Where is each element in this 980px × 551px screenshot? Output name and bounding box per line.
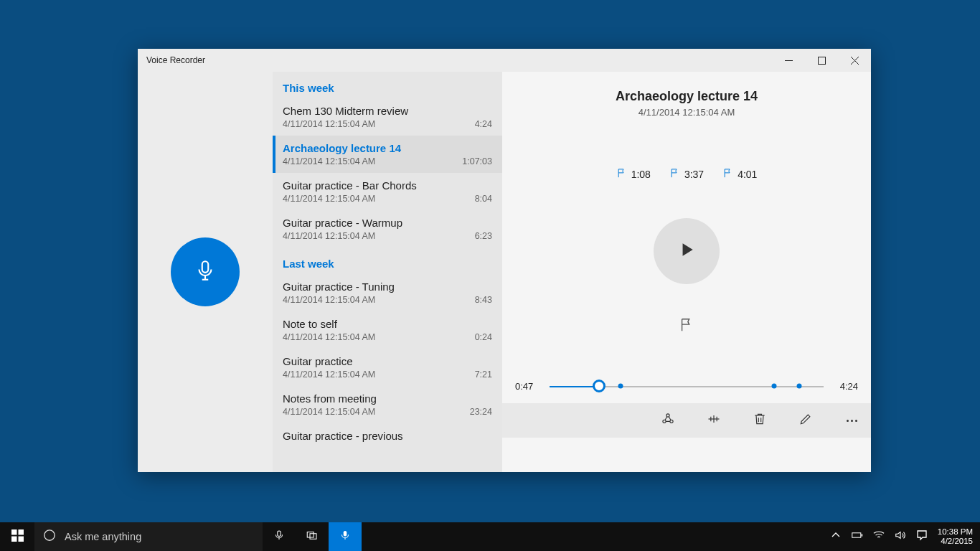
svg-rect-27 (852, 533, 861, 537)
timeline-marker-dot[interactable] (796, 384, 801, 389)
svg-rect-16 (11, 529, 17, 535)
recording-item-date: 4/11/2014 12:15:04 AM (283, 119, 375, 129)
recording-item-date: 4/11/2014 12:15:04 AM (283, 369, 375, 380)
marker-chip[interactable]: 4:01 (722, 168, 757, 181)
battery-icon[interactable] (852, 529, 863, 544)
trash-icon (753, 412, 767, 429)
svg-rect-1 (818, 57, 825, 64)
action-center-icon[interactable] (916, 529, 928, 544)
window-title: Voice Recorder (138, 55, 205, 65)
recordings-list[interactable]: This weekChem 130 Midterm review4/11/201… (273, 72, 502, 472)
recording-item[interactable]: Guitar practice - previous (273, 423, 502, 451)
recording-item-date: 4/11/2014 12:15:04 AM (283, 156, 375, 166)
recording-item-date: 4/11/2014 12:15:04 AM (283, 194, 375, 204)
marker-time: 1:08 (631, 169, 651, 180)
seek-track[interactable] (550, 379, 824, 393)
recording-item[interactable]: Note to self4/11/2014 12:15:04 AM0:24 (273, 311, 502, 349)
marker-time: 3:37 (684, 169, 704, 180)
svg-rect-18 (11, 536, 17, 542)
action-bar (502, 403, 871, 438)
marker-chip[interactable]: 1:08 (616, 168, 651, 181)
svg-rect-4 (202, 261, 209, 273)
svg-rect-23 (307, 532, 314, 538)
microphone-icon (193, 258, 217, 286)
svg-rect-17 (18, 529, 24, 535)
recording-item[interactable]: Chem 130 Midterm review4/11/2014 12:15:0… (273, 98, 502, 136)
timeline-marker-dot[interactable] (618, 384, 623, 389)
recording-item[interactable]: Guitar practice - Warmup4/11/2014 12:15:… (273, 210, 502, 248)
taskbar-mic-button[interactable] (263, 522, 296, 551)
recording-item-title: Guitar practice - Bar Chords (283, 179, 492, 192)
tray-chevron-icon[interactable] (830, 529, 842, 544)
svg-point-9 (670, 420, 673, 423)
start-button[interactable] (0, 522, 34, 551)
voice-recorder-icon (339, 529, 352, 545)
total-time: 4:24 (832, 381, 858, 392)
rename-button[interactable] (793, 408, 818, 433)
svg-rect-21 (278, 531, 281, 537)
microphone-icon (273, 529, 286, 545)
marker-chip[interactable]: 3:37 (669, 168, 704, 181)
wifi-icon[interactable] (873, 529, 885, 544)
trim-button[interactable] (702, 408, 726, 433)
recording-item-duration: 0:24 (475, 332, 492, 342)
maximize-button[interactable] (805, 49, 838, 72)
trim-icon (707, 412, 721, 429)
recording-item-duration: 23:24 (470, 407, 492, 417)
list-group-header: This week (273, 72, 502, 98)
close-button[interactable] (838, 49, 871, 72)
svg-rect-19 (18, 536, 24, 542)
system-tray (830, 529, 930, 544)
recording-item-date: 4/11/2014 12:15:04 AM (283, 332, 375, 342)
play-icon (677, 240, 696, 262)
recording-item[interactable]: Guitar practice - Bar Chords4/11/2014 12… (273, 173, 502, 210)
recording-item-duration: 8:43 (475, 295, 492, 305)
record-pane (138, 72, 273, 472)
recording-item[interactable]: Archaeology lecture 144/11/2014 12:15:04… (273, 136, 502, 173)
share-icon (661, 412, 675, 429)
seek-thumb[interactable] (593, 380, 606, 392)
timeline-marker-dot[interactable] (772, 384, 777, 389)
list-group-header: Last week (273, 248, 502, 274)
flag-icon (722, 168, 733, 181)
recording-date: 4/11/2014 12:15:04 AM (502, 107, 871, 118)
recording-item[interactable]: Guitar practice4/11/2014 12:15:04 AM7:21 (273, 349, 502, 386)
flag-icon (679, 323, 694, 335)
svg-rect-25 (344, 531, 347, 537)
recording-item-title: Notes from meeting (283, 392, 492, 405)
svg-rect-28 (861, 534, 862, 536)
recording-item-title: Guitar practice (283, 355, 492, 367)
recording-item-title: Guitar practice - Tuning (283, 281, 492, 293)
svg-point-7 (666, 414, 669, 417)
volume-icon[interactable] (895, 529, 906, 544)
delete-button[interactable] (748, 408, 772, 433)
titlebar: Voice Recorder (138, 49, 871, 72)
recording-item-duration: 1:07:03 (462, 156, 492, 166)
add-marker-button[interactable] (679, 317, 694, 336)
windows-icon (11, 529, 24, 545)
svg-point-8 (663, 420, 666, 423)
search-box[interactable]: Ask me anything (34, 522, 263, 551)
more-icon (847, 420, 857, 422)
more-button[interactable] (839, 408, 864, 433)
recording-item[interactable]: Guitar practice - Tuning4/11/2014 12:15:… (273, 274, 502, 311)
record-button[interactable] (171, 237, 240, 306)
minimize-button[interactable] (772, 49, 805, 72)
timeline[interactable]: 0:47 4:24 (502, 379, 871, 393)
recording-item-duration: 7:21 (475, 369, 492, 380)
task-view-icon (306, 529, 319, 545)
app-window: Voice Recorder This weekChem 130 Midterm… (138, 49, 871, 472)
taskbar-clock[interactable]: 10:38 PM 4/2/2015 (930, 527, 980, 546)
recording-item-title: Guitar practice - previous (283, 430, 492, 442)
recording-item-date: 4/11/2014 12:15:04 AM (283, 407, 375, 417)
taskbar-app-voice-recorder[interactable] (329, 522, 362, 551)
recording-item[interactable]: Notes from meeting4/11/2014 12:15:04 AM2… (273, 386, 502, 423)
play-button[interactable] (654, 218, 720, 284)
recording-item-duration: 8:04 (475, 194, 492, 204)
share-button[interactable] (656, 408, 680, 433)
cortana-icon (43, 529, 56, 545)
detail-pane: Archaeology lecture 14 4/11/2014 12:15:0… (502, 72, 871, 472)
current-time: 0:47 (515, 381, 541, 392)
recording-item-duration: 4:24 (475, 119, 492, 129)
task-view-button[interactable] (296, 522, 329, 551)
